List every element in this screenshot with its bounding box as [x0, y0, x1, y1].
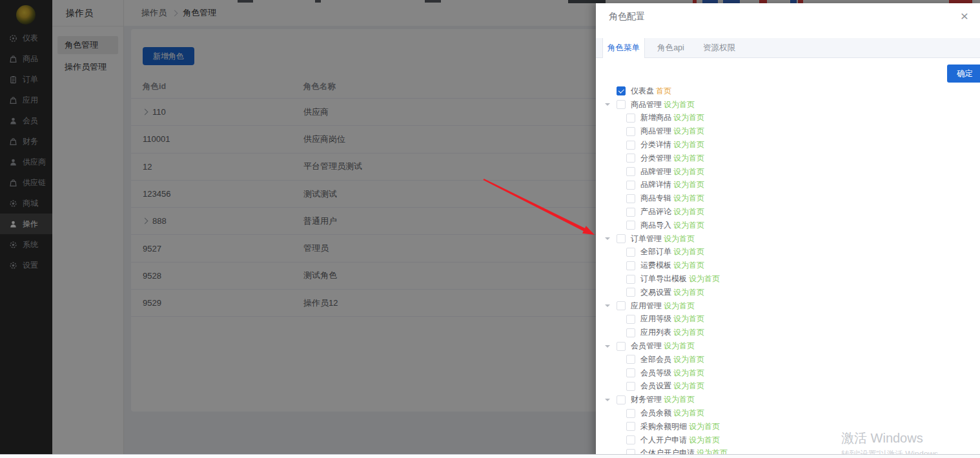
tree-node-label[interactable]: 新增商品 — [640, 112, 671, 123]
tree-node-label[interactable]: 仪表盘 — [631, 86, 654, 97]
close-icon[interactable]: × — [958, 7, 971, 25]
tree-node-label[interactable]: 品牌管理 — [640, 166, 671, 177]
tree-checkbox[interactable] — [626, 194, 635, 203]
tree-node-label[interactable]: 分类管理 — [640, 153, 671, 164]
set-home-link[interactable]: 设为首页 — [673, 246, 704, 257]
tree-checkbox[interactable] — [626, 382, 635, 391]
set-home-link[interactable]: 首页 — [656, 86, 671, 97]
set-home-link[interactable]: 设为首页 — [673, 287, 704, 298]
set-home-link[interactable]: 设为首页 — [689, 435, 720, 446]
confirm-button[interactable]: 确定 — [947, 65, 980, 83]
tree-checkbox[interactable] — [617, 86, 626, 95]
set-home-link[interactable]: 设为首页 — [673, 368, 704, 379]
tree-node[interactable]: 会员等级设为首页 — [596, 366, 980, 380]
tree-node-label[interactable]: 订单管理 — [631, 234, 662, 244]
tree-checkbox[interactable] — [626, 328, 635, 337]
tree-node[interactable]: 商品管理设为首页 — [596, 124, 980, 138]
tree-node[interactable]: 商品专辑设为首页 — [596, 192, 980, 205]
tree-node-label[interactable]: 个人开户申请 — [640, 435, 687, 446]
tree-node-label[interactable]: 分类详情 — [640, 139, 671, 150]
tree-checkbox[interactable] — [617, 234, 626, 243]
tree-node[interactable]: 会员余额设为首页 — [596, 406, 980, 420]
tree-node[interactable]: 采购余额明细设为首页 — [596, 420, 980, 433]
tree-node[interactable]: 应用列表设为首页 — [596, 326, 980, 339]
tree-checkbox[interactable] — [617, 395, 626, 404]
tree-checkbox[interactable] — [626, 435, 635, 444]
tree-node-label[interactable]: 交易设置 — [640, 287, 671, 298]
tree-node[interactable]: 会员设置设为首页 — [596, 380, 980, 393]
tree-node[interactable]: 商品导入设为首页 — [596, 219, 980, 232]
tree-checkbox[interactable] — [626, 355, 635, 364]
set-home-link[interactable]: 设为首页 — [673, 408, 704, 419]
set-home-link[interactable]: 设为首页 — [673, 381, 704, 392]
tree-node-label[interactable]: 全部订单 — [640, 246, 671, 257]
tree-node-label[interactable]: 应用管理 — [631, 301, 662, 312]
tree-node[interactable]: 应用管理设为首页 — [596, 299, 980, 313]
tree-node-label[interactable]: 会员设置 — [640, 381, 671, 392]
tree-checkbox[interactable] — [626, 315, 635, 324]
set-home-link[interactable]: 设为首页 — [673, 139, 704, 150]
tree-node-label[interactable]: 全部会员 — [640, 354, 671, 365]
caret-down-icon[interactable] — [604, 235, 617, 243]
tree-checkbox[interactable] — [617, 100, 626, 109]
tree-checkbox[interactable] — [626, 288, 635, 297]
set-home-link[interactable]: 设为首页 — [664, 99, 695, 110]
tree-node[interactable]: 应用等级设为首页 — [596, 313, 980, 326]
tree-checkbox[interactable] — [617, 301, 626, 310]
set-home-link[interactable]: 设为首页 — [689, 421, 720, 432]
tree-checkbox[interactable] — [626, 154, 635, 163]
tab-角色api[interactable]: 角色api — [651, 38, 690, 57]
tree-checkbox[interactable] — [626, 409, 635, 418]
tree-node-label[interactable]: 运费模板 — [640, 260, 671, 271]
set-home-link[interactable]: 设为首页 — [673, 179, 704, 190]
set-home-link[interactable]: 设为首页 — [664, 394, 695, 405]
tree-node-label[interactable]: 品牌详情 — [640, 179, 671, 190]
tree-checkbox[interactable] — [626, 221, 635, 230]
tree-node[interactable]: 品牌管理设为首页 — [596, 165, 980, 179]
tree-node[interactable]: 仪表盘首页 — [596, 85, 980, 98]
tree-node[interactable]: 订单管理设为首页 — [596, 232, 980, 246]
set-home-link[interactable]: 设为首页 — [673, 327, 704, 338]
tab-资源权限[interactable]: 资源权限 — [697, 38, 742, 57]
tree-checkbox[interactable] — [617, 342, 626, 351]
set-home-link[interactable]: 设为首页 — [664, 341, 695, 352]
set-home-link[interactable]: 设为首页 — [664, 234, 695, 244]
tree-node-label[interactable]: 商品专辑 — [640, 193, 671, 204]
tree-node-label[interactable]: 商品管理 — [640, 126, 671, 137]
tree-checkbox[interactable] — [626, 181, 635, 190]
set-home-link[interactable]: 设为首页 — [673, 354, 704, 365]
tree-checkbox[interactable] — [626, 275, 635, 284]
caret-down-icon[interactable] — [604, 343, 617, 350]
tree-checkbox[interactable] — [626, 141, 635, 150]
tree-checkbox[interactable] — [626, 114, 635, 123]
set-home-link[interactable]: 设为首页 — [673, 193, 704, 204]
tree-node[interactable]: 分类详情设为首页 — [596, 138, 980, 152]
tree-node-label[interactable]: 会员余额 — [640, 408, 671, 419]
tree-node[interactable]: 交易设置设为首页 — [596, 286, 980, 299]
set-home-link[interactable]: 设为首页 — [673, 166, 704, 177]
tree-checkbox[interactable] — [626, 167, 635, 176]
tree-node[interactable]: 产品评论设为首页 — [596, 205, 980, 219]
tree-checkbox[interactable] — [626, 127, 635, 136]
tree-checkbox[interactable] — [626, 422, 635, 431]
tree-node[interactable]: 会员管理设为首页 — [596, 339, 980, 353]
set-home-link[interactable]: 设为首页 — [673, 153, 704, 164]
tree-node-label[interactable]: 应用列表 — [640, 327, 671, 338]
set-home-link[interactable]: 设为首页 — [673, 206, 704, 217]
caret-down-icon[interactable] — [604, 101, 617, 108]
tree-node-label[interactable]: 产品评论 — [640, 206, 671, 217]
tree-node-label[interactable]: 商品管理 — [631, 99, 662, 110]
tree-node-label[interactable]: 会员管理 — [631, 341, 662, 352]
tree-node[interactable]: 全部会员设为首页 — [596, 353, 980, 366]
set-home-link[interactable]: 设为首页 — [673, 220, 704, 231]
caret-down-icon[interactable] — [604, 396, 617, 404]
tree-node[interactable]: 订单导出模板设为首页 — [596, 272, 980, 286]
set-home-link[interactable]: 设为首页 — [673, 260, 704, 271]
set-home-link[interactable]: 设为首页 — [689, 274, 720, 284]
tree-checkbox[interactable] — [626, 261, 635, 270]
tree-node-label[interactable]: 应用等级 — [640, 314, 671, 324]
set-home-link[interactable]: 设为首页 — [673, 314, 704, 324]
tree-checkbox[interactable] — [626, 208, 635, 217]
tree-node[interactable]: 新增商品设为首页 — [596, 112, 980, 125]
tree-node[interactable]: 个人开户申请设为首页 — [596, 433, 980, 447]
